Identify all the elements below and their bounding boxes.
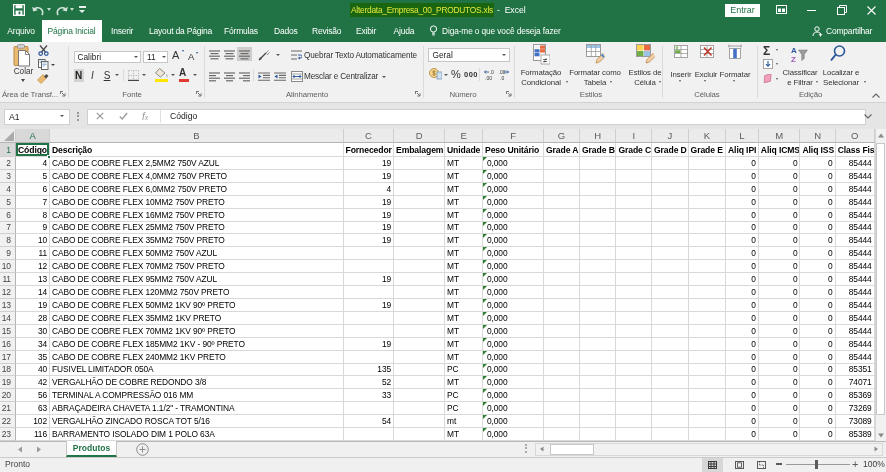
svg-text:.0: .0 [500, 75, 504, 81]
svg-text:.00: .00 [485, 75, 492, 81]
svg-text:Z: Z [791, 55, 796, 64]
svg-text:A: A [791, 46, 797, 55]
svg-text:≠: ≠ [543, 56, 548, 65]
